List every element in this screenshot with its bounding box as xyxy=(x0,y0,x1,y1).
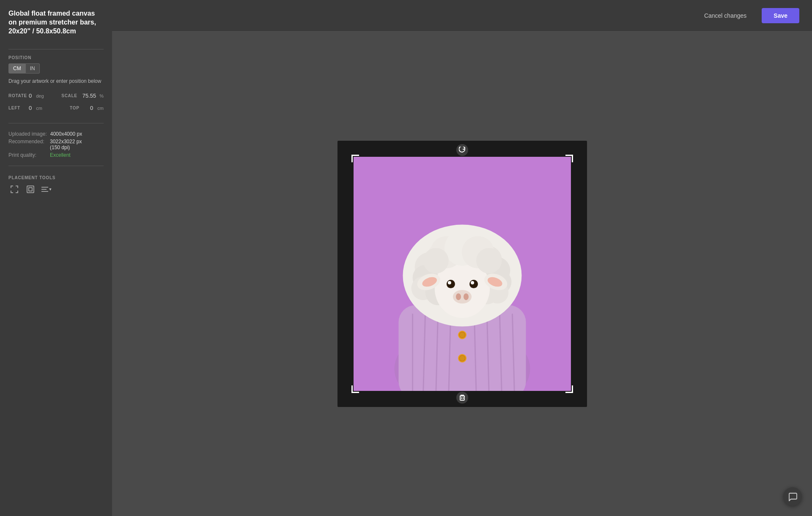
rotate-value: 0 xyxy=(29,93,32,99)
crop-handle-tl[interactable] xyxy=(351,155,359,162)
placement-tools-section: PLACEMENT TOOLS xyxy=(8,175,104,195)
image-info: Uploaded image: 4000x4000 px Recommended… xyxy=(8,131,104,160)
delete-handle[interactable] xyxy=(456,392,468,404)
rotate-scale-row: ROTATE 0 deg SCALE 75.55 % xyxy=(8,93,104,99)
crop-handle-tr[interactable] xyxy=(565,155,573,162)
artwork-image-container[interactable] xyxy=(354,157,571,391)
scale-unit: % xyxy=(99,93,104,98)
svg-point-41 xyxy=(447,281,451,284)
unit-cm-button[interactable]: CM xyxy=(8,63,26,74)
rotate-label: ROTATE xyxy=(8,93,25,98)
main-area: Cancel changes Save xyxy=(112,0,812,516)
top-value: 0 xyxy=(90,105,93,111)
svg-point-40 xyxy=(469,280,478,288)
uploaded-image-row: Uploaded image: 4000x4000 px xyxy=(8,131,104,137)
header: Cancel changes Save xyxy=(112,0,812,32)
svg-point-42 xyxy=(471,281,474,284)
canvas-area xyxy=(112,32,812,516)
svg-rect-1 xyxy=(29,188,32,191)
uploaded-image-value: 4000x4000 px xyxy=(50,131,82,137)
artwork-svg xyxy=(354,157,571,391)
top-label: TOP xyxy=(70,106,87,110)
print-quality-row: Print quality: Excellent xyxy=(8,152,104,158)
print-quality-label: Print quality: xyxy=(8,152,47,158)
svg-point-18 xyxy=(459,332,465,338)
divider-1 xyxy=(8,49,104,49)
rotate-unit: deg xyxy=(36,93,44,98)
svg-point-49 xyxy=(423,248,448,273)
chat-icon xyxy=(788,492,797,501)
sidebar: Global float framed canvas on premium st… xyxy=(0,0,112,516)
svg-point-43 xyxy=(453,290,471,303)
svg-point-50 xyxy=(476,248,502,273)
recommended-row: Recommended: 3022x3022 px (150 dpi) xyxy=(8,139,104,150)
uploaded-image-label: Uploaded image: xyxy=(8,131,47,137)
align-dropdown-arrow: ▼ xyxy=(49,187,52,191)
left-label: LEFT xyxy=(8,106,25,110)
divider-3 xyxy=(8,166,104,166)
align-tool-icon[interactable]: ▼ xyxy=(41,183,52,195)
position-label: POSITION xyxy=(8,55,104,60)
scale-value: 75.55 xyxy=(82,93,96,99)
svg-rect-51 xyxy=(460,396,464,400)
position-row: LEFT 0 cm TOP 0 cm xyxy=(8,105,104,111)
tool-icons-row: ▼ xyxy=(8,183,104,195)
center-tool-icon[interactable] xyxy=(25,183,36,195)
expand-icon xyxy=(11,186,18,193)
drag-hint: Drag your artwork or enter position belo… xyxy=(8,78,104,85)
canvas-frame[interactable] xyxy=(337,141,587,407)
center-icon xyxy=(27,186,34,193)
recommended-value: 3022x3022 px (150 dpi) xyxy=(50,139,82,150)
save-button[interactable]: Save xyxy=(762,8,799,23)
align-icon xyxy=(41,186,49,193)
trash-icon xyxy=(459,394,466,401)
chat-widget[interactable] xyxy=(783,487,802,506)
left-value: 0 xyxy=(29,105,32,111)
scale-label: SCALE xyxy=(61,93,77,98)
fit-tool-icon[interactable] xyxy=(8,183,20,195)
placement-tools-label: PLACEMENT TOOLS xyxy=(8,175,104,180)
svg-point-39 xyxy=(446,280,455,288)
top-unit: cm xyxy=(97,106,104,111)
unit-in-button[interactable]: IN xyxy=(26,63,40,74)
rotate-icon xyxy=(459,147,466,153)
left-unit: cm xyxy=(36,106,42,111)
divider-2 xyxy=(8,123,104,123)
unit-toggle[interactable]: CM IN xyxy=(8,63,104,74)
svg-rect-0 xyxy=(27,186,34,193)
crop-handle-bl[interactable] xyxy=(351,385,359,393)
crop-handle-br[interactable] xyxy=(565,385,573,393)
cancel-changes-button[interactable]: Cancel changes xyxy=(696,8,755,23)
svg-point-45 xyxy=(464,293,469,300)
recommended-label: Recommended: xyxy=(8,139,47,150)
svg-point-20 xyxy=(459,355,465,361)
svg-point-44 xyxy=(455,293,461,300)
rotate-handle[interactable] xyxy=(456,144,468,156)
print-quality-value: Excellent xyxy=(50,152,71,158)
product-title: Global float framed canvas on premium st… xyxy=(8,9,104,35)
